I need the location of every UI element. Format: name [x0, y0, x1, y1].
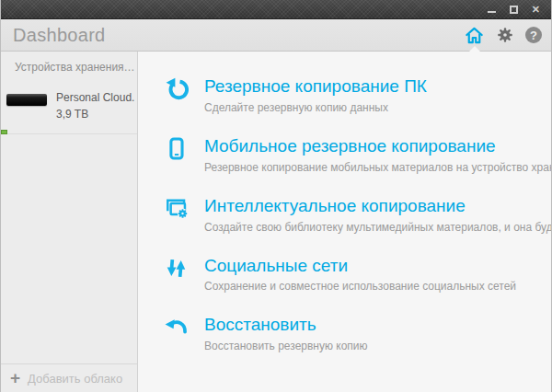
menu-item-subtitle: Создайте свою библиотеку мультимедийных … — [204, 221, 551, 234]
menu-item-text: Мобильное резервное копирование Резервно… — [204, 136, 551, 174]
menu-item-subtitle: Резервное копирование мобильных материал… — [204, 161, 551, 174]
menu-item-subtitle: Сохранение и совместное использование со… — [204, 280, 516, 293]
header-icons: ? — [464, 19, 542, 52]
device-name: Personal Cloud... — [56, 89, 135, 106]
page-title: Dashboard — [13, 25, 106, 46]
titlebar: ✕ — [1, 0, 551, 19]
home-button[interactable] — [464, 19, 485, 52]
app-body: Устройства хранения… Personal Cloud... 3… — [1, 52, 551, 392]
menu-item-social[interactable]: Социальные сети Сохранение и совместное … — [162, 256, 544, 294]
menu-item-title: Социальные сети — [204, 256, 516, 276]
minimize-icon — [488, 11, 496, 13]
menu-item-title: Восстановить — [204, 315, 368, 335]
menu-item-subtitle: Восстановить резервную копию — [204, 340, 368, 352]
maximize-button[interactable] — [510, 3, 518, 16]
help-glyph: ? — [530, 29, 537, 42]
menu-item-text: Интеллектуальное копирование Создайте св… — [204, 196, 551, 234]
sidebar-spacer — [1, 134, 137, 363]
device-item[interactable]: Personal Cloud... 3,9 TB — [1, 74, 137, 122]
personal-cloud-device-image — [6, 94, 47, 106]
storage-devices-header: Устройства хранения… — [1, 52, 137, 74]
menu-item-mobile-backup[interactable]: Мобильное резервное копирование Резервно… — [162, 136, 544, 174]
header: Dashboard — [1, 19, 551, 52]
menu-item-text: Социальные сети Сохранение и совместное … — [204, 256, 516, 294]
menu-item-restore[interactable]: Восстановить Восстановить резервную копи… — [162, 315, 544, 352]
home-icon — [464, 25, 485, 46]
sidebar: Устройства хранения… Personal Cloud... 3… — [1, 52, 138, 392]
device-capacity: 3,9 TB — [56, 106, 135, 122]
gear-icon — [496, 26, 514, 44]
add-cloud-label: Добавить облако — [28, 372, 122, 386]
backup-pc-icon — [162, 76, 190, 114]
menu-item-title: Интеллектуальное копирование — [204, 196, 551, 216]
smart-copy-icon — [162, 196, 190, 234]
storage-devices-label: Устройства хранения… — [15, 61, 135, 74]
minimize-button[interactable] — [488, 3, 496, 16]
close-button[interactable]: ✕ — [532, 3, 540, 16]
settings-button[interactable] — [496, 19, 514, 52]
main-menu: Резервное копирование ПК Сделайте резерв… — [138, 52, 551, 392]
menu-item-pc-backup[interactable]: Резервное копирование ПК Сделайте резерв… — [162, 76, 544, 114]
menu-item-text: Восстановить Восстановить резервную копи… — [204, 315, 368, 352]
plus-icon: + — [10, 369, 20, 386]
active-tab-notch — [468, 46, 481, 52]
menu-item-text: Резервное копирование ПК Сделайте резерв… — [204, 76, 427, 114]
app-window: ✕ Dashboard — [0, 0, 552, 392]
menu-item-title: Мобильное резервное копирование — [204, 136, 551, 156]
device-status-indicator — [1, 130, 7, 134]
mobile-backup-icon — [162, 136, 190, 174]
social-arrows-icon — [162, 256, 190, 294]
menu-item-subtitle: Сделайте резервную копию данных — [204, 101, 427, 114]
help-button[interactable]: ? — [525, 19, 542, 52]
restore-arrow-icon — [162, 315, 190, 352]
help-icon: ? — [525, 27, 542, 43]
menu-item-title: Резервное копирование ПК — [204, 76, 427, 97]
sidebar-divider — [1, 133, 137, 134]
menu-item-smart-copy[interactable]: Интеллектуальное копирование Создайте св… — [162, 196, 544, 234]
add-cloud-button[interactable]: + Добавить облако — [1, 363, 137, 392]
maximize-icon — [510, 6, 518, 14]
close-icon: ✕ — [532, 5, 540, 15]
device-info: Personal Cloud... 3,9 TB — [56, 89, 135, 122]
